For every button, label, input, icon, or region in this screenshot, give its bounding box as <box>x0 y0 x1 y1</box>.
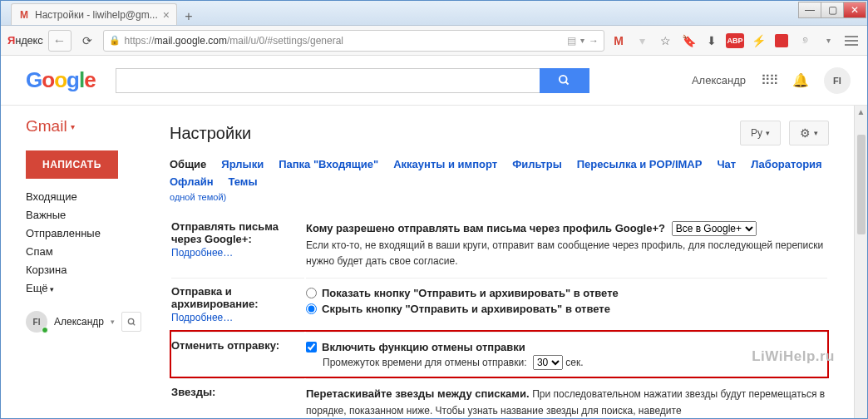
checkbox-label: Включить функцию отмены отправки <box>322 339 525 356</box>
chevron-down-icon[interactable]: ▾ <box>111 318 115 326</box>
search-icon <box>558 74 570 86</box>
minimize-button[interactable]: — <box>798 2 821 18</box>
dropdown-icon[interactable]: ▾ <box>580 36 584 45</box>
sidebar-item-inbox[interactable]: Входящие <box>26 190 155 203</box>
tab-title: Настройки - liwihelp@gm... <box>35 9 158 21</box>
close-window-button[interactable]: ✕ <box>843 2 866 18</box>
svg-point-0 <box>560 76 567 83</box>
dropdown2-icon[interactable]: ▾ <box>819 32 837 50</box>
tab-labs[interactable]: Лаборатория <box>751 155 821 173</box>
tab-general[interactable]: Общие <box>170 155 206 173</box>
bookmark-ext-icon[interactable]: 🔖 <box>679 32 698 50</box>
search-button[interactable] <box>540 68 589 93</box>
tab-filters[interactable]: Фильтры <box>512 155 562 173</box>
sidebar-item-trash[interactable]: Корзина <box>26 264 155 276</box>
radio-label: Скрыть кнопку "Отправить и архивировать"… <box>322 301 610 318</box>
setting-label: Отправка и архивирование: <box>171 285 259 310</box>
avatar[interactable]: FI <box>824 67 851 94</box>
reader-icon[interactable]: ▤ <box>567 35 576 47</box>
learn-more-link[interactable]: Подробнее… <box>171 312 296 323</box>
browser-tab-bar: M Настройки - liwihelp@gm... × + <box>1 1 867 26</box>
apps-icon[interactable]: ⠿⠿ <box>761 72 777 88</box>
sidebar: Gmail▾ НАПИСАТЬ Входящие Важные Отправле… <box>1 106 155 418</box>
reload-button[interactable]: ⟳ <box>76 30 98 52</box>
sidebar-item-more[interactable]: Ещё <box>26 282 155 294</box>
hangouts-widget: FI Александр ▾ <box>26 311 155 333</box>
gplus-select[interactable]: Все в Google+ <box>672 221 757 236</box>
scroll-up-icon[interactable]: ▲ <box>855 106 867 118</box>
archive-show-radio[interactable] <box>306 288 317 298</box>
sidebar-item-spam[interactable]: Спам <box>26 245 155 258</box>
star-ext-icon[interactable]: ☆ <box>656 32 674 50</box>
chevron-down-icon: ▾ <box>766 129 770 137</box>
gmail-favicon-icon: M <box>18 9 30 21</box>
google-bar: Google Александр ⠿⠿ 🔔 FI <box>1 56 867 106</box>
tab-offline[interactable]: Офлайн <box>170 173 214 190</box>
tab-labels[interactable]: Ярлыки <box>221 155 264 173</box>
maximize-button[interactable]: ▢ <box>821 2 844 18</box>
main-content: Настройки Ру ▾ ⚙ ▾ Общие Ярлыки Папка "В… <box>155 106 854 418</box>
interval-label: Промежуток времени для отмены отправки: <box>323 357 527 368</box>
notifications-icon[interactable]: 🔔 <box>792 72 809 88</box>
bookmark-ext-icon[interactable]: → <box>589 35 599 47</box>
lightning-ext-icon[interactable]: ⚡ <box>749 32 767 50</box>
interval-unit: сек. <box>565 357 583 368</box>
settings-gear-button[interactable]: ⚙ ▾ <box>789 121 829 145</box>
browser-toolbar: ЯЯндексндекс ← ⟳ 🔒 https://mail.google.c… <box>1 26 867 56</box>
setting-title: Кому разрешено отправлять вам письма чер… <box>306 222 665 234</box>
search-icon <box>127 318 136 327</box>
setting-row-undo: Отменить отправку: Включить функцию отме… <box>171 332 827 377</box>
back-button[interactable]: ← <box>48 30 72 52</box>
hangouts-name: Александр <box>54 316 104 328</box>
separator: ▾ <box>633 32 651 50</box>
compose-button[interactable]: НАПИСАТЬ <box>26 150 118 179</box>
tab-chat[interactable]: Чат <box>717 155 736 173</box>
presence-dot-icon <box>42 327 48 333</box>
gmail-dropdown[interactable]: Gmail▾ <box>26 117 155 136</box>
address-bar[interactable]: 🔒 https://mail.google.com/mail/u/0/#sett… <box>103 30 605 52</box>
learn-more-link[interactable]: Подробнее… <box>171 247 296 259</box>
archive-hide-radio[interactable] <box>306 303 317 314</box>
user-name[interactable]: Александр <box>692 74 746 86</box>
gmail-ext-icon[interactable]: M <box>609 32 628 50</box>
setting-row-stars: Звезды: Перетаскивайте звезды между спис… <box>171 378 827 418</box>
google-logo[interactable]: Google <box>26 67 96 93</box>
browser-tab[interactable]: M Настройки - liwihelp@gm... × <box>11 3 177 25</box>
gear-icon: ⚙ <box>800 126 811 140</box>
scrollbar[interactable]: ▲ <box>854 106 867 418</box>
close-tab-icon[interactable]: × <box>163 8 170 22</box>
setting-label: Отправлять письма через Google+: <box>171 220 279 245</box>
setting-row-gplus: Отправлять письма через Google+: Подробн… <box>171 214 827 276</box>
tab-forwarding[interactable]: Пересылка и POP/IMAP <box>577 155 703 173</box>
svg-point-2 <box>128 318 133 323</box>
tab-inbox[interactable]: Папка "Входящие" <box>279 155 378 173</box>
tab-accounts[interactable]: Аккаунты и импорт <box>393 155 497 173</box>
chevron-down-icon: ▾ <box>814 129 818 137</box>
adblock-ext-icon[interactable]: ABP <box>726 33 744 48</box>
radio-label: Показать кнопку "Отправить и архивироват… <box>322 285 619 302</box>
setting-label: Отменить отправку: <box>171 339 279 352</box>
hangouts-search-button[interactable] <box>121 312 141 332</box>
undo-interval-select[interactable]: 30 <box>533 355 563 370</box>
undo-send-checkbox[interactable] <box>306 342 317 352</box>
scroll-thumb[interactable] <box>857 135 866 234</box>
url-text: https://mail.google.com/mail/u/0/#settin… <box>125 35 564 47</box>
lock-icon: 🔒 <box>109 35 121 46</box>
truncated-text: одной темой) <box>170 192 829 202</box>
download-ext-icon[interactable]: ⬇ <box>703 32 721 50</box>
new-tab-button[interactable]: + <box>180 8 197 25</box>
tab-themes[interactable]: Темы <box>229 173 258 190</box>
sidebar-item-sent[interactable]: Отправленные <box>26 227 155 239</box>
misc-ext-icon[interactable]: ୭ <box>796 32 814 50</box>
setting-row-archive: Отправка и архивирование: Подробнее… Пок… <box>171 278 827 330</box>
settings-tabs: Общие Ярлыки Папка "Входящие" Аккаунты и… <box>170 155 829 190</box>
sidebar-item-important[interactable]: Важные <box>26 209 155 221</box>
search-input[interactable] <box>116 68 540 93</box>
language-button[interactable]: Ру ▾ <box>740 121 781 145</box>
setting-title: Перетаскивайте звезды между списками. <box>306 387 530 400</box>
hangouts-avatar[interactable]: FI <box>26 311 47 333</box>
yandex-logo[interactable]: ЯЯндексндекс <box>7 34 43 47</box>
svg-line-1 <box>565 81 568 84</box>
menu-button[interactable] <box>842 32 861 50</box>
app-ext-icon[interactable] <box>772 32 791 50</box>
